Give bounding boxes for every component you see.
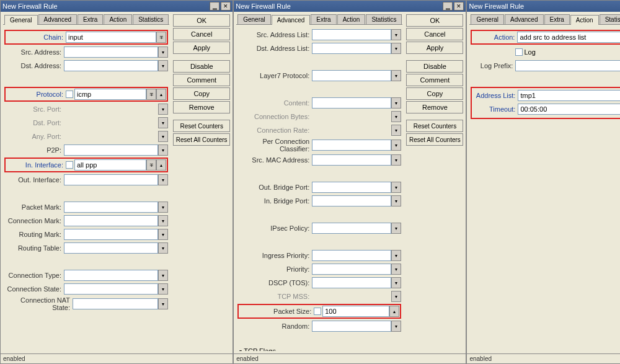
tab-extra[interactable]: Extra (78, 14, 103, 24)
tab-general[interactable]: General (237, 14, 271, 24)
priority-input[interactable] (312, 264, 391, 275)
tab-action[interactable]: Action (570, 15, 599, 25)
remove-button[interactable]: Remove (406, 101, 463, 113)
dropdown-icon[interactable]: ▾ (158, 117, 168, 128)
titlebar[interactable]: New Firewall Rule ▁ ✕ (467, 1, 620, 12)
protocol-input[interactable]: icmp (74, 89, 146, 100)
tcp-flags-toggle[interactable]: ▾TCP Flags (237, 347, 401, 351)
cancel-button[interactable]: Cancel (173, 28, 230, 40)
copy-button[interactable]: Copy (406, 87, 463, 100)
log-checkbox[interactable] (515, 48, 523, 56)
dropdown-icon[interactable]: ▾ (391, 182, 401, 193)
ok-button[interactable]: OK (173, 14, 230, 27)
routing-table-input[interactable] (64, 242, 158, 254)
dropdown-icon[interactable]: ▾ (391, 125, 401, 136)
dropdown-icon[interactable]: ▾ (158, 283, 168, 295)
dropdown-icon[interactable]: ▾ (158, 215, 168, 226)
reset-all-counters-button[interactable]: Reset All Counters (173, 133, 230, 146)
tab-general[interactable]: General (471, 14, 504, 24)
content-input[interactable] (312, 97, 391, 109)
dropdown-icon[interactable]: ▾ (158, 229, 168, 240)
action-input[interactable]: add src to address list (517, 32, 620, 43)
tab-action[interactable]: Action (104, 14, 132, 24)
reset-counters-button[interactable]: Reset Counters (406, 120, 463, 132)
pcc-input[interactable] (312, 140, 391, 151)
up-icon[interactable]: ▴ (156, 89, 166, 100)
l7-input[interactable] (312, 70, 391, 81)
dropdown-icon[interactable]: ▾ (158, 174, 168, 185)
apply-button[interactable]: Apply (406, 42, 463, 54)
src-addr-input[interactable] (64, 47, 158, 58)
tab-advanced[interactable]: Advanced (272, 15, 310, 25)
comment-button[interactable]: Comment (406, 74, 463, 86)
in-iface-input[interactable]: all ppp (74, 159, 146, 171)
protocol-checkbox[interactable] (66, 91, 73, 98)
tab-action[interactable]: Action (337, 14, 366, 24)
out-iface-input[interactable] (64, 174, 158, 185)
dropdown-icon[interactable]: ▾ (391, 29, 401, 40)
dropdown-icon[interactable]: ▾ (158, 104, 168, 115)
minimize-icon[interactable]: ▁ (443, 2, 453, 11)
pkt-size-checkbox[interactable] (314, 308, 321, 315)
dscp-input[interactable] (312, 277, 391, 288)
dropdown-icon[interactable]: ▾ (158, 298, 168, 309)
close-icon[interactable]: ✕ (454, 2, 464, 11)
dst-list-input[interactable] (312, 43, 391, 54)
dropdown-icon[interactable]: ▾ (391, 223, 401, 234)
disable-button[interactable]: Disable (173, 60, 230, 73)
chain-dropdown-icon[interactable]: ∓ (156, 32, 166, 43)
pkt-size-input[interactable]: 100 (322, 306, 389, 317)
tab-extra[interactable]: Extra (544, 14, 570, 24)
src-list-input[interactable] (312, 29, 391, 40)
log-prefix-input[interactable] (515, 60, 620, 71)
disable-button[interactable]: Disable (406, 60, 463, 73)
tab-advanced[interactable]: Advanced (38, 14, 77, 24)
ok-button[interactable]: OK (406, 14, 463, 27)
tab-general[interactable]: General (4, 15, 38, 25)
chain-input[interactable]: input (66, 32, 156, 43)
remove-button[interactable]: Remove (173, 101, 230, 113)
p2p-input[interactable] (64, 144, 158, 156)
conn-type-input[interactable] (64, 270, 158, 281)
up-icon[interactable]: ▴ (156, 159, 166, 171)
pkt-mark-input[interactable] (64, 202, 158, 213)
dropdown-icon[interactable]: ▾ (158, 131, 168, 142)
in-iface-checkbox[interactable] (66, 161, 73, 169)
comment-button[interactable]: Comment (173, 74, 230, 86)
dropdown-icon[interactable]: ▾ (158, 202, 168, 213)
copy-button[interactable]: Copy (173, 87, 230, 100)
conn-nat-input[interactable] (73, 298, 158, 309)
dropdown-icon[interactable]: ▾ (391, 195, 401, 206)
tab-advanced[interactable]: Advanced (505, 14, 543, 24)
tab-statistics[interactable]: Statistics (600, 14, 620, 24)
minimize-icon[interactable]: ▁ (210, 2, 219, 11)
src-mac-input[interactable] (312, 154, 391, 166)
dropdown-icon[interactable]: ▾ (391, 321, 401, 332)
dropdown-icon[interactable]: ▾ (158, 242, 168, 254)
conn-state-input[interactable] (64, 283, 158, 295)
dropdown-icon[interactable]: ▾ (158, 47, 168, 58)
ingress-prio-input[interactable] (312, 250, 391, 261)
apply-button[interactable]: Apply (173, 42, 230, 54)
tab-statistics[interactable]: Statistics (366, 14, 402, 24)
dropdown-icon[interactable]: ∓ (146, 159, 156, 171)
reset-counters-button[interactable]: Reset Counters (173, 120, 230, 132)
dropdown-icon[interactable]: ▾ (391, 97, 401, 109)
dropdown-icon[interactable]: ▾ (391, 43, 401, 54)
cancel-button[interactable]: Cancel (406, 28, 463, 40)
dropdown-icon[interactable]: ▾ (391, 140, 401, 151)
up-icon[interactable]: ▴ (389, 306, 399, 317)
dropdown-icon[interactable]: ▾ (391, 250, 401, 261)
titlebar[interactable]: New Firewall Rule ▁ ✕ (1, 1, 232, 12)
reset-all-counters-button[interactable]: Reset All Counters (406, 133, 463, 146)
ipsec-input[interactable] (312, 223, 391, 234)
routing-mark-input[interactable] (64, 229, 158, 240)
dropdown-icon[interactable]: ▾ (391, 264, 401, 275)
timeout-input[interactable]: 00:05:00 (518, 104, 620, 115)
dropdown-icon[interactable]: ▾ (391, 70, 401, 81)
dropdown-icon[interactable]: ∓ (146, 89, 156, 100)
tab-extra[interactable]: Extra (311, 14, 336, 24)
dropdown-icon[interactable]: ▾ (391, 277, 401, 288)
dropdown-icon[interactable]: ▾ (391, 154, 401, 166)
conn-mark-input[interactable] (64, 215, 158, 226)
